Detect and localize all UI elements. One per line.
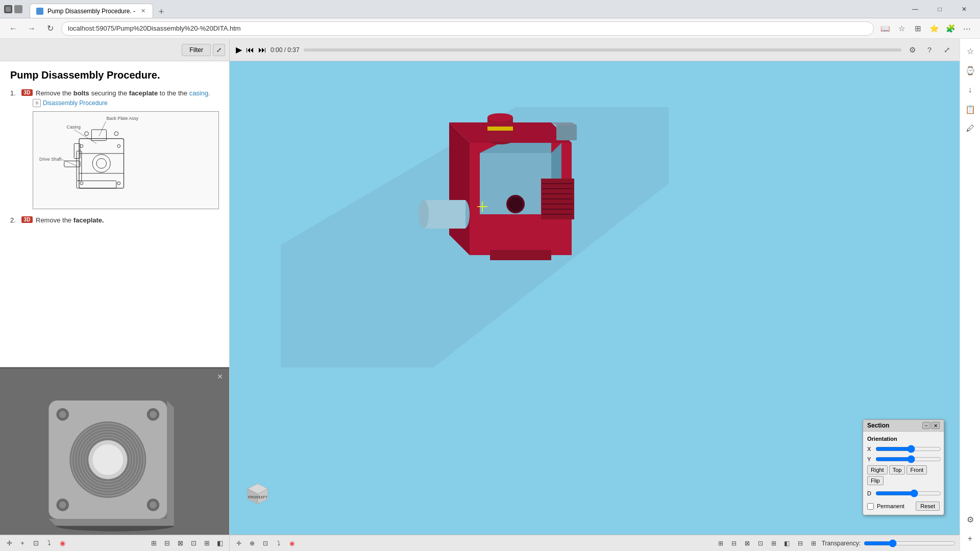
favorites-button[interactable]: ⭐ (927, 21, 941, 36)
x-slider[interactable] (875, 445, 941, 453)
viewer-color-btn[interactable]: ◉ (287, 538, 297, 548)
left-panel-toolbar: Filter ⤢ (0, 39, 229, 61)
sidebar-settings-btn[interactable]: ⚙ (962, 511, 978, 528)
nav-cube[interactable]: FRONT LEFT (240, 476, 276, 512)
d-slider[interactable] (875, 489, 941, 497)
browser-controls (4, 5, 22, 13)
permanent-checkbox[interactable] (867, 503, 874, 510)
skip-back-button[interactable]: ⏮ (246, 45, 254, 55)
main-area: Filter ⤢ Pump Disassembly Procedure. 1. … (0, 39, 980, 551)
viewer-r7[interactable]: ⊟ (795, 538, 805, 548)
sidebar-notes-btn[interactable]: 🖊 (962, 120, 978, 137)
viewer-expand-button[interactable]: ⤢ (940, 43, 953, 57)
svg-text:LEFT: LEFT (259, 495, 268, 499)
svg-point-12 (117, 144, 120, 147)
viewer-r4[interactable]: ⊡ (755, 538, 766, 548)
extensions-button[interactable]: 🧩 (943, 21, 958, 36)
viewer-section-btn[interactable]: ⤵ (274, 538, 284, 548)
collections-button[interactable]: ⊞ (911, 21, 925, 36)
svg-point-71 (508, 197, 523, 211)
maximize-button[interactable]: □ (928, 2, 951, 17)
back-button[interactable]: ← (6, 21, 20, 36)
browser-titlebar: Pump Disassembly Procedure. - ✕ + — □ ✕ (0, 0, 980, 18)
step-2-row: 2. 3D Remove the faceplate. (10, 216, 219, 224)
sidebar-downloads-btn[interactable]: ↓ (962, 82, 978, 98)
viewer-r1[interactable]: ⊞ (716, 538, 726, 548)
top-orientation-button[interactable]: Top (889, 465, 905, 474)
y-label: Y (867, 456, 873, 462)
3d-scene[interactable]: FRONT LEFT (230, 61, 960, 535)
sidebar-reading-btn[interactable]: 📋 (962, 101, 978, 117)
progress-bar[interactable] (304, 48, 901, 52)
reset-button[interactable]: Reset (916, 502, 940, 511)
new-tab-button[interactable]: + (155, 6, 167, 18)
y-slider[interactable] (875, 455, 941, 463)
pump-diagram-svg: Back Plate Assy Casing Drive Shaft (35, 114, 158, 206)
sidebar-history-btn[interactable]: ⌚ (962, 62, 978, 79)
orientation-buttons: Right Top Front Flip (867, 465, 940, 485)
preview-icon-3[interactable]: ⊠ (175, 538, 185, 548)
filter-button[interactable]: Filter (182, 44, 211, 56)
sidebar-plus-btn[interactable]: + (962, 531, 978, 547)
refresh-button[interactable]: ↻ (43, 21, 57, 36)
minimize-button[interactable]: — (903, 2, 927, 17)
viewer-settings-button[interactable]: ⚙ (905, 43, 919, 57)
browser-toolbar: ← → ↻ 📖 ☆ ⊞ ⭐ 🧩 ⋯ (0, 18, 980, 39)
preview-close-button[interactable]: ✕ (215, 371, 225, 382)
viewer-move-btn[interactable]: ✛ (234, 538, 244, 548)
svg-point-52 (487, 113, 513, 121)
time-display: 0:00 / 0:37 (271, 46, 300, 54)
preview-icon-1[interactable]: ⊞ (149, 538, 159, 548)
preview-section-button[interactable]: ⤵ (44, 538, 54, 548)
preview-fit-button[interactable]: ⊡ (31, 538, 41, 548)
preview-move-button[interactable]: ✛ (4, 538, 14, 548)
x-label: X (867, 446, 873, 452)
sidebar-collections-btn[interactable]: ☆ (962, 43, 978, 59)
skip-next-button[interactable]: ⏭ (258, 45, 266, 55)
play-button[interactable]: ▶ (236, 45, 242, 55)
close-button[interactable]: ✕ (952, 2, 976, 17)
star-button[interactable]: ☆ (894, 21, 909, 36)
section-panel: Section − ✕ Orientation X Y Right (863, 419, 944, 515)
preview-zoom-button[interactable]: + (17, 538, 28, 548)
transparency-slider[interactable] (864, 539, 955, 547)
flip-orientation-button[interactable]: Flip (867, 476, 884, 485)
svg-point-18 (114, 132, 118, 136)
viewer-r5[interactable]: ⊞ (769, 538, 779, 548)
d-axis-row: D (867, 489, 940, 497)
svg-point-16 (96, 159, 106, 168)
svg-point-11 (80, 182, 83, 185)
preview-icon-5[interactable]: ⊞ (202, 538, 212, 548)
viewer-r3[interactable]: ⊠ (742, 538, 752, 548)
menu-button[interactable]: ⋯ (960, 21, 974, 36)
section-close-button[interactable]: ✕ (932, 422, 940, 429)
svg-rect-53 (487, 127, 513, 131)
svg-point-32 (150, 502, 157, 509)
viewer-help-button[interactable]: ? (923, 43, 936, 57)
preview-icon-2[interactable]: ⊟ (162, 538, 172, 548)
svg-point-28 (150, 411, 157, 418)
forward-button[interactable]: → (24, 21, 39, 36)
panel-expand-button[interactable]: ⤢ (213, 44, 225, 56)
preview-color-button[interactable]: ◉ (57, 538, 67, 548)
viewer-r2[interactable]: ⊟ (729, 538, 739, 548)
faceplate-3d-svg (38, 383, 191, 536)
viewer-r6[interactable]: ◧ (782, 538, 792, 548)
address-bar[interactable] (61, 21, 874, 36)
viewer-fit-btn[interactable]: ⊡ (260, 538, 271, 548)
disassembly-link[interactable]: Disassembly Procedure (43, 99, 108, 107)
viewer-zoom-btn[interactable]: ⊕ (247, 538, 257, 548)
preview-icon-4[interactable]: ⊡ (188, 538, 199, 548)
front-orientation-button[interactable]: Front (906, 465, 927, 474)
tab-close-button[interactable]: ✕ (139, 8, 146, 15)
reader-mode-button[interactable]: 📖 (878, 21, 892, 36)
active-tab[interactable]: Pump Disassembly Procedure. - ✕ (30, 4, 153, 18)
svg-rect-63 (424, 200, 465, 229)
section-minimize-button[interactable]: − (922, 422, 930, 429)
svg-rect-7 (91, 130, 106, 140)
viewer-r8[interactable]: ⊞ (808, 538, 819, 548)
preview-icon-6[interactable]: ◧ (215, 538, 225, 548)
browser-right-sidebar: ☆ ⌚ ↓ 📋 🖊 ⚙ + (960, 39, 980, 551)
right-orientation-button[interactable]: Right (867, 465, 888, 474)
viewer-bottom-toolbar: ✛ ⊕ ⊡ ⤵ ◉ ⊞ ⊟ ⊠ ⊡ ⊞ ◧ ⊟ ⊞ Transparency: (230, 535, 960, 551)
